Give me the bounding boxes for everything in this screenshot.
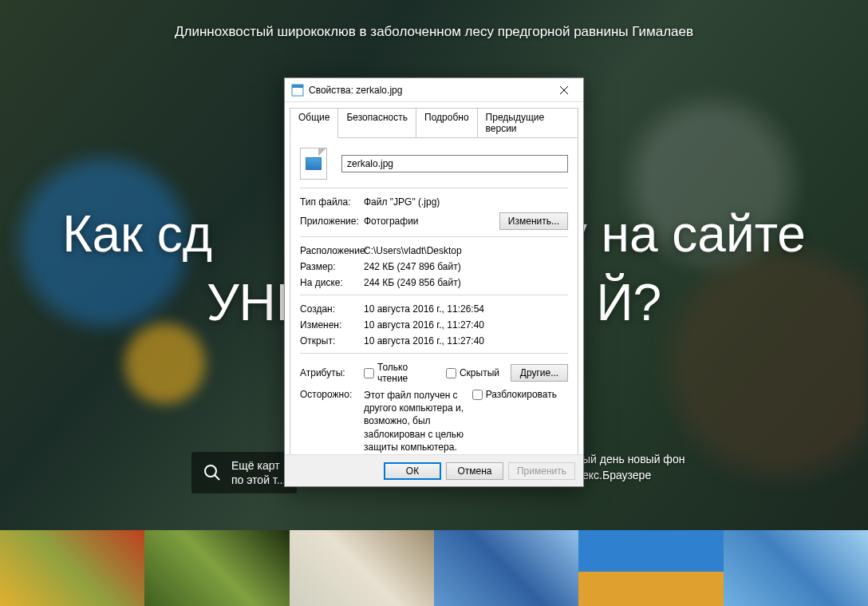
label-ondisk: На диске: <box>300 277 364 288</box>
svg-point-0 <box>205 465 216 477</box>
tab-security[interactable]: Безопасность <box>338 108 416 138</box>
tab-details[interactable]: Подробно <box>416 108 478 138</box>
image-icon <box>306 157 322 170</box>
ok-button[interactable]: ОК <box>384 462 441 480</box>
bg-right-text: ый день новый фон екс.Браузере <box>582 452 685 483</box>
thumb-4[interactable] <box>434 530 578 606</box>
window-icon <box>291 84 304 97</box>
value-type: Файл "JPG" (.jpg) <box>364 196 568 208</box>
tab-general[interactable]: Общие <box>290 108 338 138</box>
value-accessed: 10 августа 2016 г., 11:27:40 <box>364 335 568 347</box>
security-warning: Этот файл получен с другого компьютера и… <box>364 389 472 454</box>
thumb-6[interactable] <box>724 530 868 606</box>
search-icon <box>203 463 222 482</box>
bg-search-line2: по этой т... <box>231 473 286 487</box>
other-attributes-button[interactable]: Другие... <box>511 364 568 382</box>
separator <box>300 236 568 237</box>
dialog-footer: ОК Отмена Применить <box>285 454 583 486</box>
value-app: Фотографии <box>364 216 499 227</box>
tab-panel-general: Тип файла: Файл "JPG" (.jpg) Приложение:… <box>290 137 578 482</box>
checkbox-hidden-input[interactable] <box>446 368 456 378</box>
separator <box>300 353 568 354</box>
close-button[interactable] <box>546 78 582 101</box>
label-accessed: Открыт: <box>300 335 364 347</box>
value-ondisk: 244 КБ (249 856 байт) <box>364 277 568 288</box>
filename-input[interactable] <box>341 155 568 172</box>
checkbox-unblock[interactable]: Разблокировать <box>472 389 557 400</box>
apply-button[interactable]: Применить <box>508 462 575 480</box>
checkbox-unblock-input[interactable] <box>472 390 483 400</box>
thumb-1[interactable] <box>0 530 144 606</box>
label-careful: Осторожно: <box>300 389 364 400</box>
bg-search-chip[interactable]: Ещё карт по этой т... <box>191 452 297 493</box>
thumbnail-strip[interactable] <box>0 530 868 606</box>
thumb-2[interactable] <box>144 530 289 606</box>
value-location: C:\Users\vladt\Desktop <box>364 245 568 256</box>
checkbox-readonly[interactable]: Только чтение <box>364 362 435 384</box>
value-modified: 10 августа 2016 г., 11:27:40 <box>364 319 568 331</box>
window-title: Свойства: zerkalo.jpg <box>309 85 546 96</box>
svg-line-1 <box>215 475 219 480</box>
label-location: Расположение: <box>300 245 364 256</box>
label-attrs: Атрибуты: <box>300 367 364 378</box>
label-created: Создан: <box>300 303 364 315</box>
thumb-3[interactable] <box>290 530 434 606</box>
value-created: 10 августа 2016 г., 11:26:54 <box>364 303 568 315</box>
checkbox-readonly-input[interactable] <box>364 368 374 378</box>
label-type: Тип файла: <box>300 196 364 208</box>
change-button[interactable]: Изменить... <box>499 212 568 230</box>
label-size: Размер: <box>300 261 364 272</box>
cancel-button[interactable]: Отмена <box>446 462 503 480</box>
separator <box>300 295 568 295</box>
separator <box>300 188 568 188</box>
tab-strip: Общие Безопасность Подробно Предыдущие в… <box>285 102 583 137</box>
tab-previous-versions[interactable]: Предыдущие версии <box>478 108 578 138</box>
checkbox-hidden[interactable]: Скрытый <box>446 367 499 378</box>
titlebar[interactable]: Свойства: zerkalo.jpg <box>285 78 583 102</box>
close-icon <box>560 86 568 94</box>
label-app: Приложение: <box>300 216 364 227</box>
bg-subtitle: Длиннохвостый ширококлюв в заболоченном … <box>0 24 868 40</box>
label-modified: Изменен: <box>300 319 364 331</box>
file-type-icon <box>300 148 327 180</box>
bg-search-line1: Ещё карт <box>231 458 286 473</box>
svg-rect-3 <box>292 85 303 88</box>
properties-dialog: Свойства: zerkalo.jpg Общие Безопасность… <box>284 77 584 487</box>
value-size: 242 КБ (247 896 байт) <box>364 261 568 272</box>
thumb-5[interactable] <box>578 530 723 606</box>
